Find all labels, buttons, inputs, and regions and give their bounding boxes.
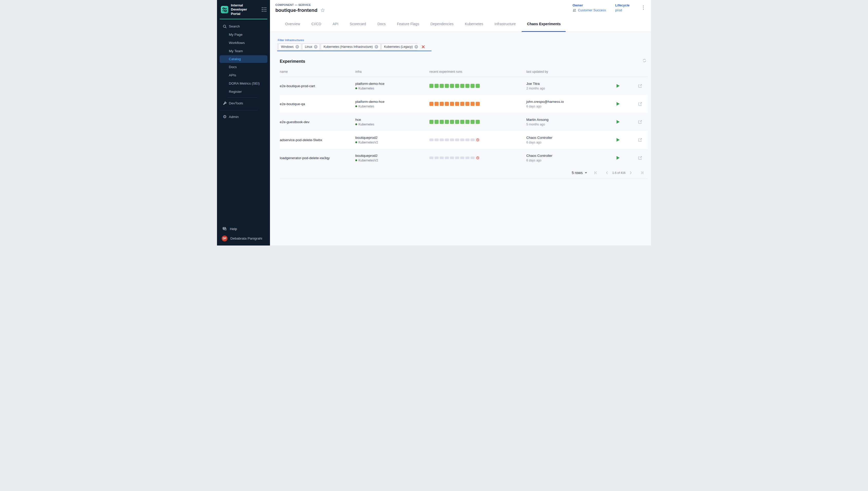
- previous-page-icon[interactable]: [605, 171, 609, 175]
- run-status-success[interactable]: [460, 84, 464, 88]
- run-status-pending[interactable]: [450, 156, 454, 159]
- run-status-pending[interactable]: [455, 156, 459, 159]
- sidebar-item-search[interactable]: Search: [217, 22, 270, 31]
- run-status-pending[interactable]: [429, 156, 433, 159]
- run-status-pending[interactable]: [460, 156, 464, 159]
- chip-remove-icon[interactable]: ✕: [414, 45, 418, 49]
- run-status-warning[interactable]: [470, 102, 474, 106]
- open-experiment-icon[interactable]: [638, 156, 642, 160]
- run-experiment-button[interactable]: [616, 156, 619, 160]
- run-experiment-button[interactable]: [616, 120, 619, 124]
- sidebar-item-apis[interactable]: APIs: [217, 71, 270, 80]
- sidebar-item-my-page[interactable]: My Page: [217, 31, 270, 39]
- filter-infrastructures-label[interactable]: Filter Infrastructures: [278, 38, 304, 41]
- run-status-pending[interactable]: [435, 139, 439, 141]
- chip-remove-icon[interactable]: ✕: [314, 45, 318, 49]
- run-status-warning[interactable]: [465, 102, 469, 106]
- run-status-pending[interactable]: [470, 139, 474, 141]
- user-menu[interactable]: DP Debabrata Panigrahi: [217, 233, 270, 246]
- tab-overview[interactable]: Overview: [285, 16, 300, 32]
- run-experiment-button[interactable]: [616, 102, 619, 106]
- sidebar-item-devtools[interactable]: DevTools: [217, 99, 270, 108]
- sidebar-item-docs[interactable]: Docs: [217, 63, 270, 71]
- sidebar-item-dora-metrics-sei[interactable]: DORA Metrics (SEI): [217, 80, 270, 88]
- run-status-pending[interactable]: [445, 139, 449, 141]
- run-experiment-button[interactable]: [616, 138, 619, 142]
- run-status-pending[interactable]: [465, 156, 469, 159]
- run-status-pending[interactable]: [435, 156, 439, 159]
- run-status-pending[interactable]: [440, 156, 444, 159]
- kebab-menu-icon[interactable]: [642, 4, 645, 11]
- run-status-warning[interactable]: [445, 102, 449, 106]
- run-status-success[interactable]: [445, 84, 449, 88]
- open-experiment-icon[interactable]: [638, 84, 642, 88]
- owner-link[interactable]: Customer Success: [573, 8, 606, 12]
- clear-filters-icon[interactable]: [422, 45, 425, 49]
- run-status-warning[interactable]: [450, 102, 454, 106]
- run-status-warning[interactable]: [429, 102, 433, 106]
- sidebar-item-admin[interactable]: ⚙Admin: [217, 113, 270, 121]
- tab-kubernetes[interactable]: Kubernetes: [465, 16, 483, 32]
- run-status-pending[interactable]: [465, 139, 469, 141]
- run-status-success[interactable]: [429, 84, 433, 88]
- run-status-warning[interactable]: [460, 102, 464, 106]
- sidebar-item-workflows[interactable]: Workflows: [217, 39, 270, 47]
- tab-api[interactable]: API: [332, 16, 338, 32]
- tab-infrastructure[interactable]: Infrastructure: [494, 16, 516, 32]
- tab-ci-cd[interactable]: CI/CD: [311, 16, 321, 32]
- run-status-pending[interactable]: [455, 139, 459, 141]
- run-status-success[interactable]: [476, 120, 480, 124]
- run-status-success[interactable]: [476, 84, 480, 88]
- run-status-success[interactable]: [460, 120, 464, 124]
- run-status-pending[interactable]: [445, 156, 449, 159]
- sidebar-item-catalog[interactable]: Catalog: [220, 55, 267, 63]
- run-status-error[interactable]: [476, 138, 480, 142]
- open-experiment-icon[interactable]: [638, 120, 642, 124]
- run-status-success[interactable]: [470, 120, 474, 124]
- run-status-success[interactable]: [455, 120, 459, 124]
- run-status-warning[interactable]: [435, 102, 439, 106]
- run-status-success[interactable]: [465, 84, 469, 88]
- run-status-pending[interactable]: [429, 139, 433, 141]
- tab-feature-flags[interactable]: Feature Flags: [397, 16, 419, 32]
- run-status-success[interactable]: [445, 120, 449, 124]
- run-status-error[interactable]: [476, 156, 480, 160]
- sidebar-item-my-team[interactable]: My Team: [217, 47, 270, 55]
- run-status-pending[interactable]: [440, 139, 444, 141]
- open-experiment-icon[interactable]: [638, 138, 642, 142]
- run-status-success[interactable]: [465, 120, 469, 124]
- run-status-success[interactable]: [450, 84, 454, 88]
- next-page-icon[interactable]: [629, 171, 633, 175]
- sidebar-item-help[interactable]: ? Help: [217, 224, 270, 233]
- run-status-pending[interactable]: [470, 156, 474, 159]
- last-page-icon[interactable]: [640, 171, 644, 175]
- first-page-icon[interactable]: [594, 171, 598, 175]
- run-status-success[interactable]: [470, 84, 474, 88]
- rows-per-page-select[interactable]: 5 rows: [572, 171, 587, 175]
- run-status-pending[interactable]: [450, 139, 454, 141]
- open-experiment-icon[interactable]: [638, 102, 642, 106]
- run-status-success[interactable]: [455, 84, 459, 88]
- run-status-success[interactable]: [429, 120, 433, 124]
- run-status-warning[interactable]: [440, 102, 444, 106]
- chip-remove-icon[interactable]: ✕: [375, 45, 378, 49]
- run-status-warning[interactable]: [455, 102, 459, 106]
- tab-docs[interactable]: Docs: [377, 16, 386, 32]
- tab-dependencies[interactable]: Dependencies: [430, 16, 454, 32]
- run-experiment-button[interactable]: [616, 84, 619, 88]
- run-status-success[interactable]: [435, 84, 439, 88]
- tab-scorecard[interactable]: Scorecard: [350, 16, 366, 32]
- refresh-icon[interactable]: [642, 58, 647, 64]
- sidebar-item-register[interactable]: Register: [217, 88, 270, 96]
- tab-chaos-experiments[interactable]: Chaos Experiments: [527, 16, 561, 32]
- infrastructure-filter-input[interactable]: Windows✕Linux✕Kubernetes (Harness Infras…: [277, 43, 431, 51]
- run-status-success[interactable]: [440, 120, 444, 124]
- apps-grid-icon[interactable]: [262, 7, 266, 12]
- run-status-success[interactable]: [440, 84, 444, 88]
- run-status-success[interactable]: [435, 120, 439, 124]
- run-status-warning[interactable]: [476, 102, 480, 106]
- run-status-success[interactable]: [450, 120, 454, 124]
- chip-remove-icon[interactable]: ✕: [295, 45, 299, 49]
- favorite-star-icon[interactable]: [320, 8, 325, 12]
- run-status-pending[interactable]: [460, 139, 464, 141]
